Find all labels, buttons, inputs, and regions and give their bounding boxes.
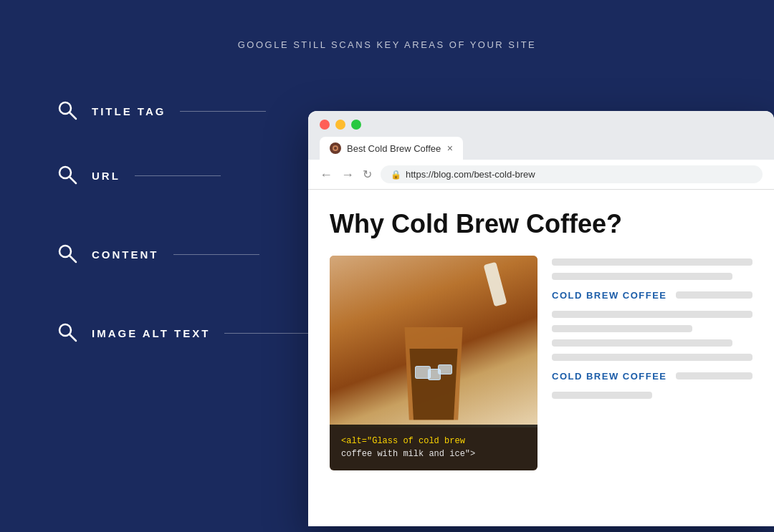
- sidebar-label-title-tag: TITLE TAG: [92, 105, 166, 117]
- search-icon-image-alt-text: [57, 322, 79, 344]
- content-row: <alt="Glass of cold brew coffee with mil…: [330, 256, 752, 470]
- text-line-3: [552, 311, 752, 318]
- svg-line-7: [70, 334, 76, 341]
- image-caption: <alt="Glass of cold brew coffee with mil…: [330, 425, 538, 470]
- text-line-7: [552, 392, 652, 399]
- sidebar-label-content: CONTENT: [92, 248, 159, 261]
- text-line-4: [552, 325, 692, 332]
- tab-close-button[interactable]: ×: [447, 142, 453, 154]
- alt-text-line2: coffee with milk and ice">: [341, 449, 475, 459]
- text-content-right: COLD BREW COFFEE COLD BREW COFFEE: [552, 256, 752, 470]
- address-bar[interactable]: 🔒 https://blog.com/best-cold-brew: [381, 165, 763, 183]
- keyword-line-after-2: [676, 372, 753, 379]
- page-content: Why Cold Brew Coffee?: [308, 190, 774, 526]
- search-icon-title-tag: [57, 100, 79, 122]
- sidebar-line-url: [135, 175, 221, 176]
- url-text: https://blog.com/best-cold-brew: [406, 169, 535, 180]
- sidebar-line-image-alt-text: [224, 333, 308, 334]
- keyword-line-after-1: [676, 291, 753, 299]
- svg-line-3: [70, 177, 76, 183]
- tab-favicon: [330, 142, 341, 154]
- back-button[interactable]: ←: [320, 168, 333, 181]
- dot-yellow[interactable]: [335, 120, 345, 130]
- browser-chrome: Best Cold Brew Coffee ×: [308, 111, 774, 160]
- svg-line-5: [70, 256, 76, 262]
- svg-line-1: [70, 112, 76, 119]
- tab-title: Best Cold Brew Coffee: [347, 143, 441, 154]
- ice-cube-3: [438, 364, 452, 374]
- reload-button[interactable]: ↻: [363, 168, 372, 181]
- search-icon-content: [57, 243, 79, 265]
- sidebar-item-title-tag: TITLE TAG: [57, 100, 308, 122]
- search-icon-url: [57, 165, 79, 186]
- keyword-row-2: COLD BREW COFFEE: [552, 368, 752, 385]
- browser-tab-bar: Best Cold Brew Coffee ×: [320, 137, 763, 160]
- ice-cubes: [412, 363, 455, 388]
- sidebar-label-image-alt-text: IMAGE ALT TEXT: [92, 327, 210, 339]
- sidebar-item-image-alt-text: IMAGE ALT TEXT: [57, 322, 308, 344]
- keyword-row-1: COLD BREW COFFEE: [552, 287, 752, 304]
- milk-pour: [484, 261, 507, 306]
- address-bar-row: ← → ↻ 🔒 https://blog.com/best-cold-brew: [308, 160, 774, 190]
- sidebar-line-content: [173, 254, 259, 255]
- sidebar-item-url: URL: [57, 165, 308, 186]
- dot-green[interactable]: [351, 120, 361, 130]
- text-line-6: [552, 354, 752, 361]
- text-line-5: [552, 339, 732, 347]
- caption-code: <alt="Glass of cold brew coffee with mil…: [341, 435, 526, 460]
- sidebar-item-content: CONTENT: [57, 243, 308, 265]
- coffee-image-container: <alt="Glass of cold brew coffee with mil…: [330, 256, 538, 470]
- lock-icon: 🔒: [391, 170, 401, 180]
- coffee-image: [330, 256, 538, 427]
- sidebar: TITLE TAG URL CONTENT IMAG: [0, 100, 308, 387]
- forward-button[interactable]: →: [341, 168, 354, 181]
- browser-dots: [320, 120, 763, 130]
- header-label: GOOGLE STILL SCANS KEY AREAS OF YOUR SIT…: [238, 39, 537, 50]
- dot-red[interactable]: [320, 120, 330, 130]
- sidebar-label-url: URL: [92, 170, 120, 182]
- keyword-highlight-1: COLD BREW COFFEE: [552, 287, 667, 304]
- keyword-highlight-2: COLD BREW COFFEE: [552, 368, 667, 385]
- page-heading: Why Cold Brew Coffee?: [330, 210, 752, 238]
- sidebar-line-title-tag: [180, 111, 266, 112]
- svg-point-9: [334, 147, 337, 150]
- alt-text-line1: <alt="Glass of cold brew: [341, 436, 465, 446]
- browser-window: Best Cold Brew Coffee × ← → ↻ 🔒 https://…: [308, 111, 774, 526]
- browser-tab[interactable]: Best Cold Brew Coffee ×: [320, 137, 463, 160]
- text-line-1: [552, 258, 752, 266]
- text-line-2: [552, 273, 732, 280]
